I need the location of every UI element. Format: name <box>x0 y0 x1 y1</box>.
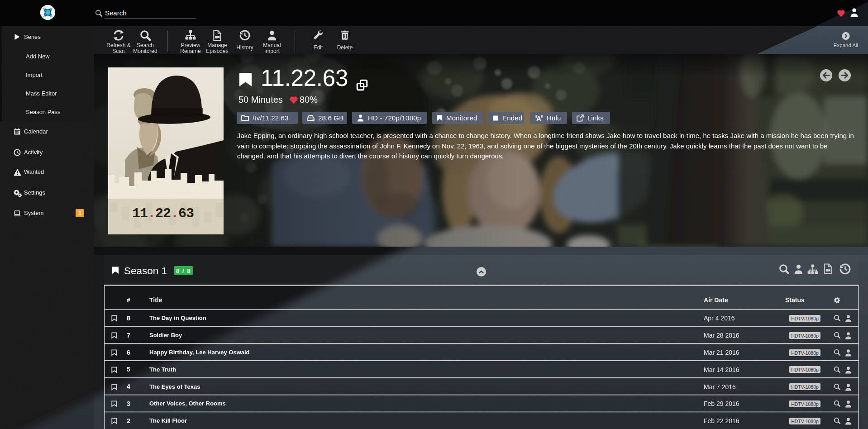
svg-text:A: A <box>536 114 541 122</box>
